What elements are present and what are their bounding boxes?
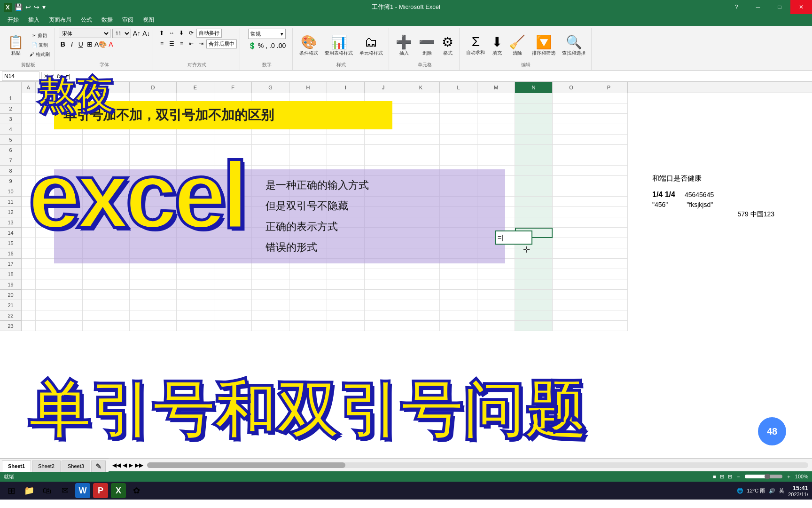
select-all-button[interactable]	[0, 82, 22, 93]
normal-view-button[interactable]: ■	[713, 474, 716, 479]
merge-center-button[interactable]: 合并后居中	[206, 40, 237, 48]
cell-J17[interactable]	[365, 259, 402, 269]
new-sheet-button[interactable]: ✎	[91, 460, 106, 472]
percent-button[interactable]: %	[258, 42, 264, 49]
cell-N7[interactable]	[515, 155, 553, 166]
cell-K9[interactable]	[402, 176, 440, 186]
cell-D18[interactable]	[130, 269, 177, 279]
underline-button[interactable]: U	[77, 40, 85, 48]
cell-D14[interactable]	[130, 228, 177, 238]
cell-J3[interactable]	[365, 114, 402, 124]
cell-M10[interactable]	[477, 186, 515, 197]
menu-data[interactable]: 数据	[98, 15, 117, 25]
menu-review[interactable]: 审阅	[118, 15, 137, 25]
cell-C11[interactable]	[83, 197, 130, 207]
row-header-8[interactable]: 8	[0, 166, 22, 176]
cell-L16[interactable]	[440, 248, 477, 259]
cell-K8[interactable]	[402, 166, 440, 176]
cell-O4[interactable]	[553, 124, 590, 135]
row-header-22[interactable]: 22	[0, 310, 22, 321]
menu-view[interactable]: 视图	[139, 15, 158, 25]
cell-C20[interactable]	[83, 290, 130, 300]
cell-F8[interactable]	[214, 166, 252, 176]
other-app-icon[interactable]: ✿	[129, 483, 144, 498]
cell-H21[interactable]	[289, 300, 327, 310]
col-header-A[interactable]: A	[22, 82, 36, 93]
cell-F15[interactable]	[214, 238, 252, 248]
language-indicator[interactable]: 英	[779, 487, 784, 494]
cell-styles-button[interactable]: 🗂 单元格样式	[357, 33, 386, 57]
cell-A7[interactable]	[22, 155, 36, 166]
cell-M18[interactable]	[477, 269, 515, 279]
cell-B15[interactable]	[36, 238, 83, 248]
cell-P3[interactable]	[590, 114, 628, 124]
col-header-P[interactable]: P	[590, 82, 628, 93]
redo-icon[interactable]: ↪	[34, 3, 39, 11]
col-header-J[interactable]: J	[365, 82, 402, 93]
cell-J21[interactable]	[365, 300, 402, 310]
cell-F10[interactable]	[214, 186, 252, 197]
cell-H23[interactable]	[289, 321, 327, 331]
cell-O20[interactable]	[553, 290, 590, 300]
cell-M7[interactable]	[477, 155, 515, 166]
scroll-left-button[interactable]: ◀◀	[112, 462, 121, 468]
cell-F14[interactable]	[214, 228, 252, 238]
cell-B6[interactable]	[36, 145, 83, 155]
cell-M14[interactable]	[477, 228, 515, 238]
cell-C5[interactable]	[83, 135, 130, 145]
row-header-20[interactable]: 20	[0, 290, 22, 300]
cell-N18[interactable]	[515, 269, 553, 279]
cell-L2[interactable]	[440, 103, 477, 114]
cell-C17[interactable]	[83, 259, 130, 269]
cell-E5[interactable]	[177, 135, 214, 145]
cell-G18[interactable]	[252, 269, 289, 279]
cell-H12[interactable]	[289, 207, 327, 217]
cell-O5[interactable]	[553, 135, 590, 145]
cut-button[interactable]: ✂ 剪切	[28, 32, 52, 40]
cell-L20[interactable]	[440, 290, 477, 300]
cell-P12[interactable]	[590, 207, 628, 217]
col-header-L[interactable]: L	[440, 82, 477, 93]
cell-E3[interactable]	[177, 114, 214, 124]
align-right-button[interactable]: ≡	[177, 40, 186, 48]
decrease-indent-button[interactable]: ⇤	[187, 40, 196, 48]
cell-H13[interactable]	[289, 217, 327, 228]
cell-I12[interactable]	[327, 207, 365, 217]
cell-D22[interactable]	[130, 310, 177, 321]
cell-C4[interactable]	[83, 124, 130, 135]
cell-M1[interactable]	[477, 93, 515, 103]
cell-M13[interactable]	[477, 217, 515, 228]
row-header-6[interactable]: 6	[0, 145, 22, 155]
cell-E22[interactable]	[177, 310, 214, 321]
cell-O14[interactable]	[553, 228, 590, 238]
italic-button[interactable]: I	[69, 40, 75, 48]
cell-L8[interactable]	[440, 166, 477, 176]
col-header-N[interactable]: N	[515, 82, 553, 93]
cell-B10[interactable]	[36, 186, 83, 197]
cell-J14[interactable]	[365, 228, 402, 238]
format-cells-button[interactable]: ⚙ 格式	[439, 33, 456, 57]
fill-color-button[interactable]: A🎨	[94, 40, 107, 48]
cell-G10[interactable]	[252, 186, 289, 197]
cell-L21[interactable]	[440, 300, 477, 310]
cell-M6[interactable]	[477, 145, 515, 155]
cell-I3[interactable]	[327, 114, 365, 124]
cell-C7[interactable]	[83, 155, 130, 166]
cell-F4[interactable]	[214, 124, 252, 135]
delete-cells-button[interactable]: ➖ 删除	[416, 33, 438, 57]
cell-B19[interactable]	[36, 279, 83, 290]
cell-M16[interactable]	[477, 248, 515, 259]
cell-B22[interactable]	[36, 310, 83, 321]
cell-F20[interactable]	[214, 290, 252, 300]
cell-A16[interactable]	[22, 248, 36, 259]
cell-F17[interactable]	[214, 259, 252, 269]
cell-P9[interactable]	[590, 176, 628, 186]
cell-F21[interactable]	[214, 300, 252, 310]
cell-H16[interactable]	[289, 248, 327, 259]
cell-B20[interactable]	[36, 290, 83, 300]
cell-L3[interactable]	[440, 114, 477, 124]
cell-G8[interactable]	[252, 166, 289, 176]
cell-O8[interactable]	[553, 166, 590, 176]
font-size-select[interactable]: 11	[112, 29, 131, 38]
cell-N5[interactable]	[515, 135, 553, 145]
